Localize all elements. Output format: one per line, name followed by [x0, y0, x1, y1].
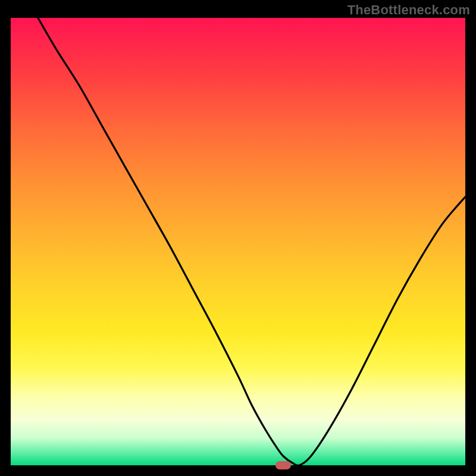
- curve-path: [38, 18, 465, 465]
- min-marker: [275, 461, 291, 469]
- watermark-text: TheBottleneck.com: [347, 2, 470, 18]
- plot-area: [11, 18, 465, 465]
- chart-frame: TheBottleneck.com: [0, 0, 476, 476]
- bottleneck-curve: [11, 18, 465, 465]
